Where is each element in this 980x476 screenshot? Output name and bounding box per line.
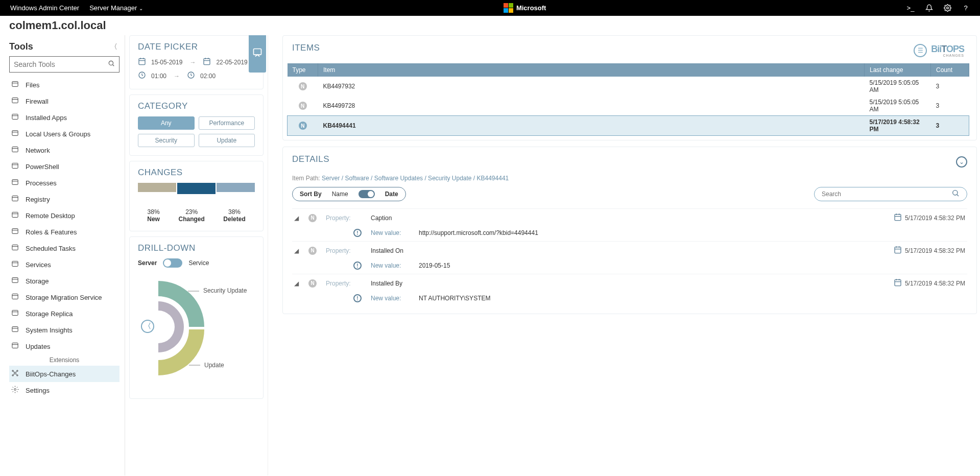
date-apply-button[interactable] <box>249 35 266 73</box>
biitops-logo[interactable]: ☰ BiiTOPS CHANGES <box>914 44 969 57</box>
detail-newvalue-row: ! New value: NT AUTHORITY\SYSTEM <box>292 292 967 306</box>
newvalue-value: 2019-05-15 <box>419 262 450 269</box>
sidebar-item-registry[interactable]: Registry <box>9 191 119 207</box>
sidebar-item-storage[interactable]: Storage <box>9 273 119 289</box>
items-header-count[interactable]: Count <box>931 63 969 77</box>
expand-details-button[interactable]: ⌄ <box>956 156 967 168</box>
items-title: ITEMS <box>283 43 320 53</box>
details-search-input[interactable] <box>822 191 951 198</box>
collapse-sidebar-icon[interactable]: 〈 <box>110 42 117 52</box>
tool-icon <box>10 211 19 220</box>
sidebar-item-files[interactable]: Files <box>9 77 119 93</box>
sidebar-item-label: Firewall <box>26 98 49 105</box>
svg-rect-17 <box>12 327 17 332</box>
items-header-lastchange[interactable]: Last change <box>865 63 931 77</box>
svg-point-20 <box>12 370 13 372</box>
category-button-update[interactable]: Update <box>199 134 255 147</box>
sidebar-item-processes[interactable]: Processes <box>9 175 119 191</box>
drill-service-label: Service <box>188 259 209 267</box>
sidebar-item-remote-desktop[interactable]: Remote Desktop <box>9 207 119 224</box>
sidebar-item-updates[interactable]: Updates <box>9 338 119 354</box>
detail-property-row[interactable]: ◢ N Property: Installed By 5/17/2019 4:5… <box>292 274 967 292</box>
items-row[interactable]: N KB4494441 5/17/2019 4:58:32 PM 3 <box>288 116 969 136</box>
tool-icon <box>10 129 19 138</box>
collapse-icon[interactable]: ◢ <box>294 247 299 254</box>
search-tools-box[interactable] <box>9 56 119 73</box>
sidebar-item-settings[interactable]: Settings <box>9 382 119 398</box>
sidebar-item-label: System Insights <box>26 326 73 334</box>
calendar-icon[interactable] <box>138 57 146 67</box>
item-name: KB4494441 <box>318 116 865 136</box>
search-tools-input[interactable] <box>14 60 108 68</box>
svg-rect-35 <box>895 280 901 286</box>
sidebar-item-installed-apps[interactable]: Installed Apps <box>9 109 119 126</box>
newvalue-label: New value: <box>371 262 410 269</box>
console-icon[interactable]: >_ <box>906 4 915 12</box>
sort-date-option[interactable]: Date <box>385 191 398 198</box>
newvalue-label: New value: <box>371 229 410 236</box>
drill-back-button[interactable]: 〈 <box>141 320 154 333</box>
tool-icon <box>10 342 19 351</box>
sidebar-item-biitops-changes[interactable]: BiitOps-Changes <box>9 366 119 382</box>
svg-rect-7 <box>12 163 17 169</box>
sidebar-item-storage-replica[interactable]: Storage Replica <box>9 305 119 322</box>
sidebar-item-firewall[interactable]: Firewall <box>9 93 119 109</box>
help-icon[interactable]: ? <box>962 4 970 12</box>
items-row[interactable]: N KB4497932 5/15/2019 5:05:05 AM 3 <box>288 77 969 96</box>
server-manager-dropdown[interactable]: Server Manager⌄ <box>89 4 143 12</box>
from-date[interactable]: 15-05-2019 <box>151 59 182 66</box>
svg-rect-9 <box>12 196 17 201</box>
app-name[interactable]: Windows Admin Center <box>10 4 79 12</box>
drill-toggle[interactable] <box>163 258 182 268</box>
svg-point-24 <box>14 389 16 391</box>
items-row[interactable]: N KB4499728 5/15/2019 5:05:05 AM 3 <box>288 96 969 116</box>
drill-label-security[interactable]: Security Update <box>203 287 247 294</box>
sidebar-item-local-users-groups[interactable]: Local Users & Groups <box>9 126 119 142</box>
bell-icon[interactable] <box>925 4 933 12</box>
property-name: Installed On <box>371 247 885 254</box>
svg-rect-10 <box>12 212 17 218</box>
changes-stat-changed: 23%Changed <box>178 208 204 223</box>
details-search-box[interactable] <box>814 187 967 201</box>
detail-property-row[interactable]: ◢ N Property: Caption 5/17/2019 4:58:32 … <box>292 208 967 227</box>
sidebar-item-powershell[interactable]: PowerShell <box>9 158 119 175</box>
sidebar-item-storage-migration-service[interactable]: Storage Migration Service <box>9 289 119 305</box>
to-time[interactable]: 02:00 <box>200 73 216 80</box>
changes-panel: CHANGES 38%New23%Changed38%Deleted <box>129 161 264 231</box>
to-date[interactable]: 22-05-2019 <box>216 59 247 66</box>
items-header-item[interactable]: Item <box>318 63 865 77</box>
new-badge-icon: N <box>299 82 307 90</box>
sidebar-item-roles-features[interactable]: Roles & Features <box>9 224 119 240</box>
category-button-performance[interactable]: Performance <box>199 116 255 130</box>
collapse-icon[interactable]: ◢ <box>294 215 299 222</box>
collapse-icon[interactable]: ◢ <box>294 280 299 287</box>
extensions-divider: Extensions <box>9 354 119 366</box>
info-icon: ! <box>353 261 362 270</box>
item-name: KB4497932 <box>318 77 865 96</box>
sort-toggle[interactable] <box>358 190 375 198</box>
clock-icon[interactable] <box>187 71 195 81</box>
detail-property-row[interactable]: ◢ N Property: Installed On 5/17/2019 4:5… <box>292 241 967 259</box>
gear-icon[interactable] <box>943 4 951 12</box>
tool-icon <box>10 293 19 302</box>
details-title: DETAILS <box>292 154 329 164</box>
sidebar-item-system-insights[interactable]: System Insights <box>9 322 119 338</box>
search-icon <box>951 189 960 199</box>
drill-label-update[interactable]: Update <box>204 362 224 369</box>
svg-rect-15 <box>12 294 17 299</box>
clock-icon[interactable] <box>138 71 146 81</box>
svg-point-21 <box>16 370 18 372</box>
search-icon <box>108 60 115 69</box>
category-button-any[interactable]: Any <box>138 116 195 130</box>
calendar-icon <box>894 246 902 255</box>
sort-pill[interactable]: Sort By Name Date <box>292 187 406 201</box>
sort-name-option[interactable]: Name <box>332 191 348 198</box>
sidebar-item-scheduled-tasks[interactable]: Scheduled Tasks <box>9 240 119 256</box>
items-header-type[interactable]: Type <box>288 63 318 77</box>
menu-icon[interactable]: ☰ <box>914 44 927 57</box>
calendar-icon[interactable] <box>203 57 211 67</box>
category-button-security[interactable]: Security <box>138 134 195 147</box>
sidebar-item-network[interactable]: Network <box>9 142 119 158</box>
sidebar-item-services[interactable]: Services <box>9 256 119 273</box>
from-time[interactable]: 01:00 <box>151 73 166 80</box>
